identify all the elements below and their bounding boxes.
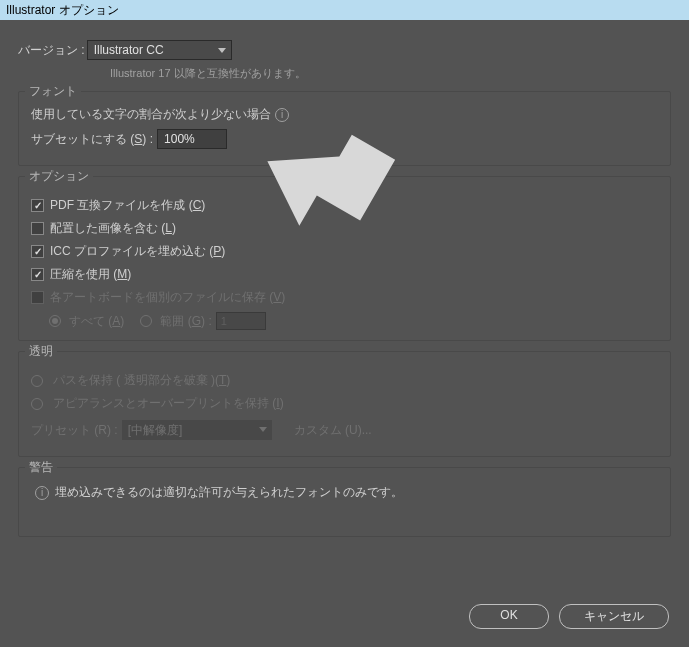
options-section-title: オプション — [25, 168, 93, 185]
preserve-appearance-row: アピアランスとオーバープリントを保持 (I) — [31, 395, 658, 412]
all-radio — [49, 315, 61, 327]
artboard-range-row: すべて (A) 範囲 (G) : 1 — [49, 312, 658, 330]
range-input: 1 — [216, 312, 266, 330]
subset-label: サブセットにする (S) : — [31, 131, 153, 148]
preserve-appearance-label: アピアランスとオーバープリントを保持 (I) — [53, 395, 284, 412]
preserve-paths-row: パスを保持 ( 透明部分を破棄 )(T) — [31, 372, 658, 389]
info-icon[interactable]: i — [275, 108, 289, 122]
warning-section-title: 警告 — [25, 459, 57, 476]
custom-button: カスタム (U)... — [284, 420, 382, 440]
ok-button[interactable]: OK — [469, 604, 549, 629]
font-section-title: フォント — [25, 83, 81, 100]
version-label: バージョン : — [18, 42, 85, 59]
compress-row[interactable]: 圧縮を使用 (M) — [31, 266, 658, 283]
subset-threshold-label: 使用している文字の割合が次より少ない場合 — [31, 106, 271, 123]
pdf-compat-row[interactable]: PDF 互換ファイルを作成 (C) — [31, 197, 658, 214]
version-select[interactable]: Illustrator CC — [87, 40, 232, 60]
preserve-appearance-radio — [31, 398, 43, 410]
cancel-button[interactable]: キャンセル — [559, 604, 669, 629]
transparency-section: 透明 パスを保持 ( 透明部分を破棄 )(T) アピアランスとオーバープリントを… — [18, 351, 671, 457]
embed-images-label: 配置した画像を含む (L) — [50, 220, 176, 237]
embed-images-row[interactable]: 配置した画像を含む (L) — [31, 220, 658, 237]
pdf-compat-label: PDF 互換ファイルを作成 (C) — [50, 197, 205, 214]
warning-section: 警告 i 埋め込みできるのは適切な許可が与えられたフォントのみです。 — [18, 467, 671, 537]
preset-select: [中解像度] — [122, 420, 272, 440]
pdf-compat-checkbox[interactable] — [31, 199, 44, 212]
icc-row[interactable]: ICC プロファイルを埋め込む (P) — [31, 243, 658, 260]
icc-checkbox[interactable] — [31, 245, 44, 258]
subset-input[interactable] — [157, 129, 227, 149]
range-radio-label: 範囲 (G) : — [160, 313, 211, 330]
embed-images-checkbox[interactable] — [31, 222, 44, 235]
preserve-paths-label: パスを保持 ( 透明部分を破棄 )(T) — [53, 372, 230, 389]
titlebar: Illustrator オプション — [0, 0, 689, 20]
artboard-row: 各アートボードを個別のファイルに保存 (V) — [31, 289, 658, 306]
artboard-label: 各アートボードを個別のファイルに保存 (V) — [50, 289, 285, 306]
font-section: フォント 使用している文字の割合が次より少ない場合 i サブセットにする (S)… — [18, 91, 671, 166]
transparency-section-title: 透明 — [25, 343, 57, 360]
options-section: オプション PDF 互換ファイルを作成 (C) 配置した画像を含む (L) IC… — [18, 176, 671, 341]
preserve-paths-radio — [31, 375, 43, 387]
warning-info-icon: i — [35, 486, 49, 500]
all-radio-label: すべて (A) — [69, 313, 124, 330]
range-radio — [140, 315, 152, 327]
artboard-checkbox — [31, 291, 44, 304]
preset-label: プリセット (R) : — [31, 422, 118, 439]
compress-checkbox[interactable] — [31, 268, 44, 281]
warning-text: 埋め込みできるのは適切な許可が与えられたフォントのみです。 — [55, 484, 403, 501]
compress-label: 圧縮を使用 (M) — [50, 266, 131, 283]
icc-label: ICC プロファイルを埋め込む (P) — [50, 243, 225, 260]
version-note: Illustrator 17 以降と互換性があります。 — [110, 66, 671, 81]
